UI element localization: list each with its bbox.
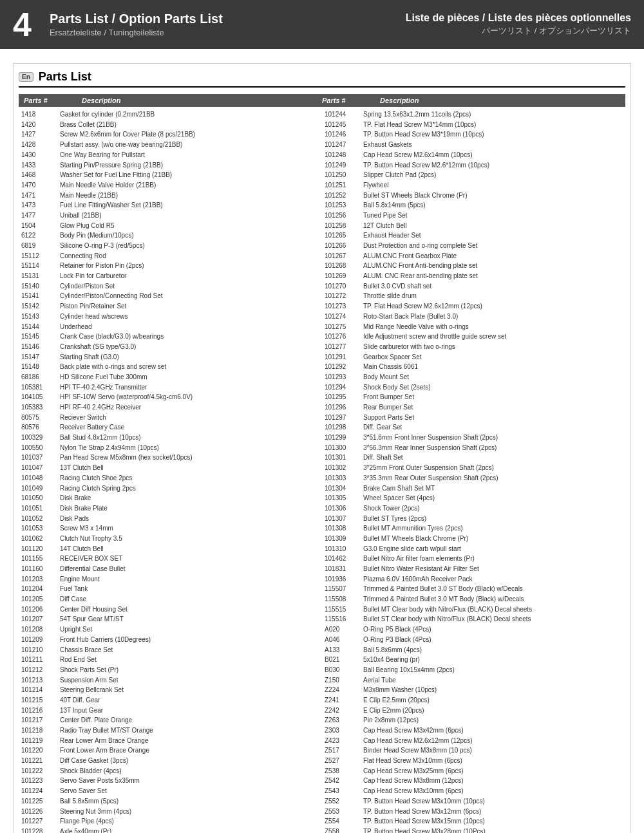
part-number: 101276 [325,332,362,341]
list-item: A020O-Ring P5 Black (4Pcs) [325,624,623,635]
part-description: Shock Tower (2pcs) [363,504,623,513]
part-number: Z224 [325,686,362,695]
part-number: 100329 [21,433,59,442]
part-number: 101307 [325,514,362,523]
list-item: 15142Piston Pin/Retainer Set [21,301,319,312]
part-number: 101245 [325,120,362,129]
part-description: Aerial Tube [363,676,623,685]
list-item: Z538Cap Head Screw M3x25mm (6pcs) [325,766,623,776]
list-item: Z241E Clip E2.5mm (20pcs) [325,695,623,706]
part-description: TP. Button Head Screw M2.6*12mm (10pcs) [363,161,623,170]
part-description: Ball 5.8x14mm (5pcs) [363,201,623,210]
list-item: Z543Cap Head Screw M3x10mm (6pcs) [325,786,623,796]
part-number: 115508 [325,595,362,604]
part-description: Diff. Shaft Set [363,453,623,462]
list-item: 10104713T Clutch Bell [21,463,319,473]
list-item: 1471Main Needle (21BB) [21,191,319,201]
list-item: 1477Uniball (21BB) [21,211,319,221]
part-description: Front Hub Carriers (10Degrees) [60,635,319,644]
list-item: Z423Cap Head Screw M2.6x12mm (12pcs) [325,736,623,746]
part-number: 101204 [21,585,59,594]
part-number: A046 [325,635,362,644]
part-number: 101298 [325,423,362,432]
part-description: Bullet ST Wheels Black Chrome (Pr) [363,191,623,200]
list-item: 101246TP. Button Head Screw M3*19mm (10p… [325,129,623,140]
part-description: Flat Head Screw M3x10mm (6pcs) [363,756,623,765]
part-number: 101050 [21,494,59,503]
title-jp: パーツリスト / オプションパーツリスト [346,25,631,37]
part-number: 101218 [21,726,59,735]
part-number: 101270 [325,282,362,291]
part-number: 101462 [325,554,362,563]
part-description: Binder Head Screw M3x8mm (10 pcs) [363,746,623,755]
list-item: 101226Steering Nut 3mm (4pcs) [21,806,319,816]
list-item: 101204Fuel Tank [21,584,319,594]
part-description: Ball Bearing 10x15x4mm (2pcs) [363,666,623,675]
list-item: Z303Cap Head Screw M3x42mm (6pcs) [325,725,623,736]
list-item: 101245TP. Flat Head Screw M3*14mm (10pcs… [325,120,623,130]
part-description: Rear Lower Arm Brace Orange [60,736,319,745]
part-number: 101310 [325,545,362,554]
list-item: 101244Spring 13.5x63x1.2mm 11coils (2pcs… [325,109,623,120]
part-number: 101291 [325,353,362,362]
list-item: 115508Trimmed & Painted Bullet 3.0 MT Bo… [325,594,623,604]
part-description: Racing Clutch Spring 2pcs [60,484,319,493]
part-number: 101302 [325,463,362,473]
part-number: A020 [325,625,362,634]
list-item: 101275Mid Range Needle Valve with o-ring… [325,321,623,332]
part-number: 101224 [21,787,59,796]
part-number: 101212 [21,666,59,675]
list-item: 101267ALUM.CNC Front Gearbox Plate [325,251,623,261]
list-item: 101209Front Hub Carriers (10Degrees) [21,635,319,645]
part-description: Bullet Nitro Air filter foam elements (P… [363,554,623,563]
part-description: Bullet 3.0 CVD shaft set [363,282,623,291]
part-description: Bullet MT Ammunition Tyres (2pcs) [363,524,623,533]
part-description: Cap Head Screw M2.6x14mm (10pcs) [363,151,623,160]
part-number: 15143 [21,312,59,321]
part-number: 101305 [325,494,362,503]
part-description: Exhaust Gaskets [363,140,623,149]
part-description: Body Mount Set [363,373,623,382]
part-number: 1468 [21,171,59,180]
table-header: Parts # Description Parts # Description [19,94,625,107]
list-item: 101214Steering Bellcrank Set [21,685,319,695]
list-item: 10125812T Clutch Bell [325,221,623,231]
part-number: 101222 [21,767,59,776]
part-number: Z517 [325,746,362,755]
part-number: 101221 [21,756,59,765]
part-description: TP. Button Head Screw M3x10mm (10pcs) [363,797,623,806]
part-description: Servo Saver Set [60,787,319,796]
part-description: Idle Adjustment screw and throttle guide… [363,332,623,341]
part-description: Diff. Gear Set [363,423,623,432]
list-item: 101160Differential Case Bullet [21,564,319,574]
part-number: 15148 [21,362,59,371]
parts-list-section: En Parts List Parts # Description Parts … [13,63,631,833]
part-number: 101831 [325,565,362,574]
part-number: 101220 [21,746,59,755]
list-item: 101266Dust Protection and o-ring complet… [325,241,623,251]
part-description: Main Needle (21BB) [60,191,319,200]
part-number: 101274 [325,312,362,321]
part-number: 101037 [21,453,59,462]
list-item: 101228Axle 5x40mm (Pr) [21,827,319,833]
part-number: 101266 [325,241,362,250]
list-item: 10112014T Clutch Bell [21,544,319,554]
list-item: 101307Bullet ST Tyres (2pcs) [325,514,623,524]
list-item: 115516Bullet ST Clear body with Nitro/Fl… [325,614,623,624]
part-description: TP. Button Head Screw M3x12mm (6pcs) [363,807,623,816]
list-item: 101052Disk Pads [21,514,319,524]
part-number: 101211 [21,655,59,664]
part-description: Wheel Spacer Set (4pcs) [363,494,623,503]
part-description: Steering Bellcrank Set [60,686,319,695]
list-item: B030Ball Bearing 10x15x4mm (2pcs) [325,665,623,675]
list-item: 101205Diff Case [21,594,319,604]
list-item: 101273TP. Flat Head Screw M2.6x12mm (12p… [325,301,623,312]
list-item: 101252Bullet ST Wheels Black Chrome (Pr) [325,191,623,201]
list-item: 6819Silicone O-ring P-3 (red/5pcs) [21,241,319,251]
col2-header-desc: Description [380,97,620,104]
part-number: 101217 [21,716,59,725]
left-column: 1418Gasket for cylinder (0.2mm/21BB1420B… [19,109,322,833]
part-description: Axle 5x40mm (Pr) [60,827,319,833]
list-item: Z542Cap Head Screw M3x8mm (12pcs) [325,776,623,786]
list-item: 101462Bullet Nitro Air filter foam eleme… [325,554,623,564]
